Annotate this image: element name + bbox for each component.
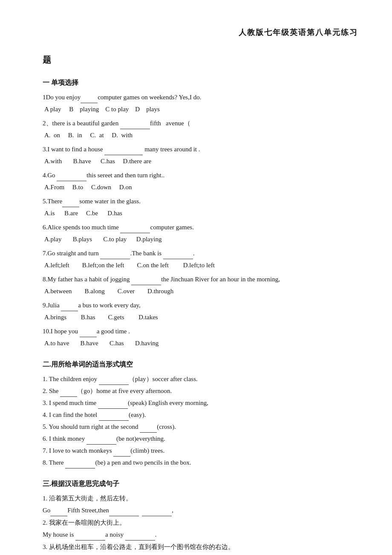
section-3: 三.根据汉语意思完成句子 1. 沿着第五大街走，然后左转。 GoFifth St…	[43, 478, 358, 555]
s2-q5: 5. You should turn right at the second (…	[43, 421, 358, 433]
section-1: 一 单项选择 1Do you enjoycomputer games on we…	[43, 77, 358, 349]
section-1-title: 一 单项选择	[43, 77, 358, 89]
main-title: 题	[43, 52, 358, 67]
q4-options: A.From B.to C.down D.on	[43, 182, 358, 193]
q9-options: A.brings B.has C.gets D.takes	[43, 312, 358, 323]
page-title: 人教版七年级英语第八单元练习	[43, 26, 358, 39]
s2-q8: 8. There (be) a pen and two pencils in t…	[43, 457, 358, 468]
section-2-title: 二.用所给单词的适当形式填空	[43, 358, 358, 371]
q8-options: A.between B.along C.over D.through	[43, 286, 358, 297]
q1-options: A play B playing C to play D plays	[43, 104, 358, 115]
q8: 8.My father has a habit of jogging the J…	[43, 274, 358, 297]
s3-q2-english: My house is a noisy .	[43, 529, 358, 541]
s2-q1: 1. The children enjoy （play）soccer after…	[43, 373, 358, 385]
s2-q2: 2. She （go）home at five every afternoon.	[43, 385, 358, 397]
s3-q3-english: from the airport and the road until you …	[43, 553, 358, 555]
q1-text: 1Do you enjoycomputer games on weekends?…	[43, 92, 358, 103]
q5: 5.Theresome water in the glass. A.is B.a…	[43, 196, 358, 219]
q2: 2、there is a beautiful garden fifth aven…	[43, 118, 358, 141]
s2-q7: 7. I love to watch monkeys (climb) trees…	[43, 445, 358, 457]
q6-options: A.play B.plays C.to play D.playing	[43, 234, 358, 245]
q7-text: 7.Go straight and turn .The bank is .	[43, 248, 358, 259]
q8-text: 8.My father has a habit of jogging the J…	[43, 274, 358, 285]
s3-q2: 2. 我家在一条喧闹的大街上。 My house is a noisy .	[43, 517, 358, 541]
q10: 10.I hope you a good time . A.to have B.…	[43, 326, 358, 349]
s3-q3-chinese: 3. 从机场坐出租车，沿着公路走，直到看到一个图书馆在你的右边。	[43, 541, 358, 553]
q4: 4.Go this sereet and then turn right.. A…	[43, 170, 358, 193]
q10-options: A.to have B.have C.has D.having	[43, 338, 358, 349]
q9: 9.Julia a bus to work every day, A.bring…	[43, 300, 358, 323]
q5-text: 5.Theresome water in the glass.	[43, 196, 358, 207]
s3-q2-chinese: 2. 我家在一条喧闹的大街上。	[43, 517, 358, 529]
q3-options: A.with B.have C.has D.there are	[43, 156, 358, 167]
q3: 3.I want to find a house many trees arou…	[43, 144, 358, 167]
q6-text: 6.Alice spends too much time computer ga…	[43, 222, 358, 233]
q2-text: 2、there is a beautiful garden fifth aven…	[43, 118, 358, 129]
section-2: 二.用所给单词的适当形式填空 1. The children enjoy （pl…	[43, 358, 358, 468]
q5-options: A.is B.are C.be D.has	[43, 208, 358, 219]
s2-q6: 6. I think money (be not)everything.	[43, 433, 358, 445]
q3-text: 3.I want to find a house many trees arou…	[43, 144, 358, 155]
q4-text: 4.Go this sereet and then turn right..	[43, 170, 358, 181]
s2-q4: 4. I can find the hotel (easy).	[43, 409, 358, 421]
q2-options: A. on B. in C. at D. with	[43, 130, 358, 141]
s3-q3: 3. 从机场坐出租车，沿着公路走，直到看到一个图书馆在你的右边。 from th…	[43, 541, 358, 555]
s3-q1-english: GoFifth Street,then ,	[43, 505, 358, 516]
q7-options: A.left;left B.left;on the left C.on the …	[43, 260, 358, 271]
q10-text: 10.I hope you a good time .	[43, 326, 358, 337]
section-3-title: 三.根据汉语意思完成句子	[43, 478, 358, 490]
s2-q3: 3. I spend much time (speak) English eve…	[43, 397, 358, 409]
q7: 7.Go straight and turn .The bank is . A.…	[43, 248, 358, 271]
q1: 1Do you enjoycomputer games on weekends?…	[43, 92, 358, 115]
q9-text: 9.Julia a bus to work every day,	[43, 300, 358, 311]
q6: 6.Alice spends too much time computer ga…	[43, 222, 358, 245]
s3-q1-chinese: 1. 沿着第五大街走，然后左转。	[43, 493, 358, 504]
s3-q1: 1. 沿着第五大街走，然后左转。 GoFifth Street,then ,	[43, 493, 358, 516]
